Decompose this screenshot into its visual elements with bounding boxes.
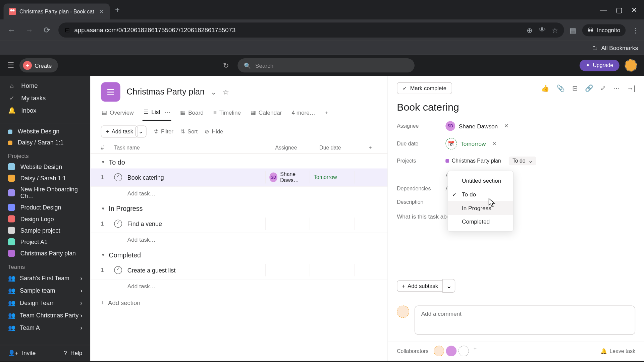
project-item[interactable]: New Hire Onboarding Ch… xyxy=(0,184,90,202)
project-item[interactable]: Design Logo xyxy=(0,213,90,225)
clear-assignee-icon[interactable]: ✕ xyxy=(504,123,508,129)
team-item[interactable]: 👥Team A› xyxy=(0,321,90,334)
section-picker[interactable]: To do ⌄ xyxy=(509,157,536,165)
task-name[interactable]: Find a venue xyxy=(127,221,266,227)
add-task-inline[interactable]: Add task… xyxy=(90,187,387,200)
star-icon[interactable]: ☆ xyxy=(223,88,229,96)
section-header-progress[interactable]: ▼In Progress xyxy=(90,200,387,215)
create-button[interactable]: + Create xyxy=(19,58,58,72)
hamburger-icon[interactable]: ☰ xyxy=(7,61,14,70)
complete-checkbox[interactable] xyxy=(114,220,122,228)
project-item[interactable]: Christmas Party plan xyxy=(0,248,90,259)
add-task-inline[interactable]: Add task… xyxy=(90,233,387,247)
clear-date-icon[interactable]: ✕ xyxy=(492,140,496,146)
section-header-completed[interactable]: ▼Completed xyxy=(90,247,387,261)
dropdown-option-completed[interactable]: Completed xyxy=(448,215,513,229)
search-input[interactable]: 🔍 Search xyxy=(237,58,415,72)
add-section-button[interactable]: +Add section xyxy=(90,293,387,312)
project-item[interactable]: Daisy / Sarah 1:1 xyxy=(0,172,90,184)
nav-home[interactable]: ⌂Home xyxy=(0,79,90,92)
team-item[interactable]: 👥Sample team› xyxy=(0,284,90,297)
project-item[interactable]: Sample project xyxy=(0,225,90,236)
close-panel-icon[interactable]: →| xyxy=(627,84,635,92)
assignee-value[interactable]: SD Shane Dawson ✕ xyxy=(445,121,508,131)
task-due-date[interactable] xyxy=(310,218,354,230)
section-header-todo[interactable]: ▼To do xyxy=(90,154,387,169)
minimize-icon[interactable]: — xyxy=(600,5,607,14)
site-info-icon[interactable]: ⊟ xyxy=(65,26,70,34)
tab-list[interactable]: ☰List⋯ xyxy=(143,106,171,121)
collaborator-avatar[interactable] xyxy=(446,346,457,356)
address-bar[interactable]: ⊟ app.asana.com/0/1206182861755067/12061… xyxy=(58,22,564,38)
collaborator-avatar[interactable] xyxy=(434,346,444,356)
task-name[interactable]: Book catering xyxy=(127,174,266,181)
comment-input[interactable]: Add a comment xyxy=(415,305,635,335)
task-due-date[interactable]: Tomorrow xyxy=(310,171,354,183)
project-chip[interactable]: Christmas Party plan xyxy=(445,158,501,164)
tab-options-icon[interactable]: ⋯ xyxy=(165,109,170,115)
tab-close-icon[interactable]: ✕ xyxy=(99,8,104,15)
browser-tab[interactable]: Christmas Party plan - Book cat ✕ xyxy=(4,4,110,19)
sidepanel-icon[interactable]: ▤ xyxy=(570,26,576,34)
reload-button[interactable]: ⟳ xyxy=(41,25,53,35)
add-task-inline[interactable]: Add task… xyxy=(90,280,387,293)
nav-my-tasks[interactable]: ✓My tasks xyxy=(0,92,90,104)
description-input[interactable]: What is this task about? xyxy=(397,209,635,224)
dropdown-option-in-progress[interactable]: In Progress xyxy=(448,201,513,215)
task-row[interactable]: 1 Book catering SDShane Daws… Tomorrow xyxy=(90,169,387,187)
link-icon[interactable]: 🔗 xyxy=(585,84,593,92)
team-item[interactable]: 👥Design Team› xyxy=(0,297,90,309)
forward-button[interactable]: → xyxy=(23,25,36,35)
incognito-badge[interactable]: 🕶 Incognito xyxy=(582,24,626,36)
invite-button[interactable]: 👤+Invite xyxy=(8,350,36,356)
add-subtask-dropdown[interactable]: ⌄ xyxy=(442,279,455,293)
task-assignee[interactable] xyxy=(265,218,310,230)
leave-task-button[interactable]: 🔔Leave task xyxy=(600,348,635,354)
project-item[interactable]: Website Design xyxy=(0,161,90,172)
tab-calendar[interactable]: ▦Calendar xyxy=(250,106,283,121)
task-title[interactable]: Book catering xyxy=(388,94,644,118)
upgrade-button[interactable]: ✦ Upgrade xyxy=(580,60,620,71)
task-row[interactable]: 1 Find a venue xyxy=(90,215,387,233)
tab-timeline[interactable]: ≡Timeline xyxy=(212,106,241,121)
tab-board[interactable]: ▦Board xyxy=(179,106,205,121)
close-window-icon[interactable]: ✕ xyxy=(631,5,637,14)
project-item[interactable]: Product Design xyxy=(0,201,90,213)
task-name[interactable]: Create a guest list xyxy=(127,267,266,274)
bookmark-star-icon[interactable]: ☆ xyxy=(552,26,558,34)
dropdown-option-todo[interactable]: ✓To do xyxy=(448,187,513,201)
task-row[interactable]: 1 Create a guest list xyxy=(90,261,387,280)
zoom-icon[interactable]: ⊕ xyxy=(527,26,532,34)
project-title[interactable]: Christmas Party plan xyxy=(126,87,205,97)
add-collaborator-plus[interactable]: + xyxy=(474,346,477,356)
task-assignee[interactable]: SDShane Daws… xyxy=(265,171,310,183)
complete-checkbox[interactable] xyxy=(114,173,122,181)
team-item[interactable]: 👥Sarah's First Team› xyxy=(0,272,90,284)
more-icon[interactable]: ⋯ xyxy=(613,84,620,92)
add-subtask-button[interactable]: +Add subtask xyxy=(397,280,443,292)
project-menu-chevron[interactable]: ⌄ xyxy=(211,88,216,96)
attachment-icon[interactable]: 📎 xyxy=(556,84,565,92)
help-button[interactable]: ?Help xyxy=(64,350,82,356)
add-collaborator-icon[interactable] xyxy=(459,346,469,356)
all-bookmarks-button[interactable]: All Bookmarks xyxy=(601,45,638,51)
tab-overview[interactable]: ▤Overview xyxy=(101,106,135,121)
due-date-value[interactable]: 📅 Tomorrow ✕ xyxy=(445,138,496,149)
hide-button[interactable]: ⊘Hide xyxy=(205,128,223,135)
complete-checkbox[interactable] xyxy=(114,266,122,274)
like-icon[interactable]: 👍 xyxy=(541,84,549,92)
user-avatar[interactable] xyxy=(625,59,637,72)
recent-project-1[interactable]: Daisy / Sarah 1:1 xyxy=(0,137,90,148)
task-due-date[interactable] xyxy=(310,264,354,276)
add-task-button[interactable]: +Add task xyxy=(101,126,138,138)
subtask-icon[interactable]: ⊟ xyxy=(572,84,578,92)
mark-complete-button[interactable]: ✓Mark complete xyxy=(397,82,452,94)
new-tab-button[interactable]: + xyxy=(115,5,120,14)
maximize-icon[interactable]: ▢ xyxy=(616,5,623,14)
project-item[interactable]: Project A1 xyxy=(0,236,90,247)
tab-more[interactable]: 4 more… xyxy=(291,106,316,121)
eye-off-icon[interactable]: 👁 xyxy=(539,26,546,34)
team-item[interactable]: 👥Team Christmas Party› xyxy=(0,309,90,321)
nav-inbox[interactable]: 🔔Inbox xyxy=(0,104,90,117)
add-task-dropdown[interactable]: ⌄ xyxy=(136,126,147,138)
